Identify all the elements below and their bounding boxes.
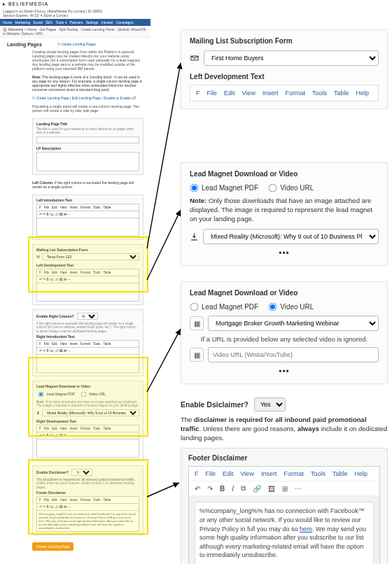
rp3-url-input[interactable] bbox=[208, 347, 379, 362]
lead-magnet-select[interactable]: Mixed Reality (Microsoft): Why 9 out of … bbox=[42, 409, 139, 416]
mini-editor-body-2[interactable] bbox=[36, 283, 139, 302]
right-dev-label: Right Development Text bbox=[36, 419, 139, 423]
rp2-radio-pdf[interactable]: Lead Magnet PDF bbox=[190, 183, 258, 192]
rp1-select[interactable]: First Home Buyers bbox=[204, 50, 379, 66]
mini-editor-toolbar[interactable]: ↶ ↷ B I ⧉ 🔗 🖼 ⊞ ⋯ bbox=[36, 211, 139, 218]
nav-tools[interactable]: Tools ▾ bbox=[55, 20, 66, 24]
rp4-editor-toolbar[interactable]: ↶ ↷ B I ⧉ 🔗 🖾 ⊞ ⋯ bbox=[189, 481, 379, 496]
redo-icon[interactable]: ↷ bbox=[207, 485, 213, 493]
disclaimer-enable-select[interactable]: Yes bbox=[71, 469, 92, 476]
mini-editor-menubar-5[interactable]: FFileEditViewInsertFormatToolsTable bbox=[36, 496, 139, 504]
rp4-editor: FFileEditViewInsertFormatToolsTableHelp … bbox=[188, 466, 380, 564]
mini-editor-body[interactable] bbox=[36, 218, 139, 237]
lp-title-label: Landing Page Title bbox=[36, 122, 139, 126]
download-icon: ⬇ bbox=[36, 410, 40, 415]
nav-social[interactable]: Social bbox=[33, 20, 43, 24]
overflow-icon[interactable]: ⋯ bbox=[295, 485, 302, 493]
right-col-note: If the right column is excluded the land… bbox=[36, 322, 139, 333]
mini-editor-menubar-4[interactable]: FFileEditViewInsertFormatToolsTable bbox=[36, 425, 139, 432]
bold-icon[interactable]: B bbox=[220, 485, 225, 493]
intro-text: Creating simple landing pages from withi… bbox=[0, 48, 150, 73]
video-select-icon: ▦ bbox=[190, 316, 204, 330]
rp4-footer-heading: Footer Disclaimer bbox=[188, 454, 380, 462]
nav-marketing[interactable]: Marketing bbox=[15, 20, 30, 24]
table-icon[interactable]: ⊞ bbox=[282, 485, 288, 493]
main-nav: Home Marketing Social SEO Tools ▾ Partne… bbox=[0, 19, 150, 26]
note-text: Note: The landing page is more of a 'Lan… bbox=[0, 73, 150, 94]
zoom-panel-2: Lead Magnet Download or Video Lead Magne… bbox=[181, 162, 388, 266]
save-button[interactable]: Create Landing Page bbox=[32, 542, 74, 551]
nav-home[interactable]: Home bbox=[3, 20, 12, 24]
rp3-radio-pdf[interactable]: Lead Magnet PDF bbox=[190, 302, 258, 311]
rp3-overflow-icon[interactable]: ••• bbox=[190, 367, 379, 376]
svg-line-1 bbox=[147, 210, 181, 280]
lp-title-hint: The title is used for your reference or … bbox=[36, 127, 139, 135]
right-col-enable-label: Enable Right Column? bbox=[36, 314, 74, 318]
lead-magnet-radios[interactable]: Lead Magnet PDF Video URL bbox=[36, 390, 139, 399]
mini-editor-toolbar-5[interactable]: ↶ ↷ B I ⧉ 🔗 🖼 ⊞ ⋯ bbox=[36, 504, 139, 511]
italic-icon[interactable]: I bbox=[232, 485, 234, 493]
rp2-radios: Lead Magnet PDF Video URL bbox=[190, 183, 379, 192]
radio-pdf[interactable] bbox=[38, 392, 44, 397]
nav-intranet[interactable]: Intranet bbox=[102, 20, 113, 24]
right-intro-label: Right Introduction Text bbox=[36, 334, 139, 339]
svg-line-3 bbox=[147, 483, 179, 497]
rp4-footer-box: Footer Disclaimer FFileEditViewInsertFor… bbox=[181, 448, 388, 564]
embed-icon[interactable]: ⧉ bbox=[241, 484, 246, 493]
left-column: ▸ BELIEFMEDIA Logged in as Martin Khoury… bbox=[0, 0, 150, 551]
mini-editor-body-4[interactable] bbox=[36, 439, 139, 458]
panel-right-enable: Enable Right Column? Yes If the right co… bbox=[32, 309, 144, 376]
rp3-select[interactable]: Mortgage Broker Growth Marketing Webinar bbox=[208, 316, 379, 331]
rp3-radio-video[interactable]: Video URL bbox=[268, 302, 314, 311]
radio-video[interactable] bbox=[80, 392, 86, 397]
panel-mailing-list: Mailing List Subscription Form ✉ Temp Fo… bbox=[32, 244, 144, 305]
mailing-list-select[interactable]: Temp Form 123 bbox=[42, 253, 139, 260]
rp1-menubar[interactable]: FFileEditViewInsertFormatToolsTableHelp bbox=[190, 85, 379, 101]
populating-text: Populating a single panel will create a … bbox=[0, 103, 150, 115]
left-col-note: Left Column. If the right column is excl… bbox=[0, 179, 150, 192]
create-lp-link[interactable]: ✎ Create Landing Pages bbox=[57, 42, 96, 48]
rp2-overflow-icon[interactable]: ••• bbox=[190, 248, 379, 258]
rp2-radio-video[interactable]: Video URL bbox=[268, 183, 314, 192]
nav-campaigns[interactable]: Campaigns bbox=[116, 20, 134, 24]
disclaimer-note-small: The disclaimer is required for all inbou… bbox=[36, 478, 139, 489]
rp4-editor-menubar[interactable]: FFileEditViewInsertFormatToolsTableHelp bbox=[189, 467, 379, 481]
lead-magnet-label: Lead Magnet Download or Video bbox=[36, 384, 139, 388]
rp4-enable-label: Enable Dsiclaimer? bbox=[181, 400, 248, 409]
video-url-icon: ▦ bbox=[190, 348, 204, 362]
nav-seo[interactable]: SEO bbox=[46, 20, 53, 24]
right-col-enable-select[interactable]: Yes bbox=[77, 313, 98, 320]
mini-editor-body-5[interactable]: %%company_long%% has no connection with … bbox=[36, 511, 139, 532]
mini-editor-toolbar-4[interactable]: ↶ ↷ B I ⧉ 🔗 🖼 ⊞ ⋯ bbox=[36, 432, 139, 439]
rp2-select[interactable]: Mixed Reality (Microsoft): Why 9 out of … bbox=[203, 229, 379, 244]
zoom-panel-1: Mailing List Subscription Form First Hom… bbox=[181, 29, 388, 109]
left-intro-label: Left Introduction Text bbox=[36, 198, 139, 202]
mini-editor-menubar[interactable]: FFileEditViewInsertFormatToolsTable bbox=[36, 204, 139, 211]
undo-icon[interactable]: ↶ bbox=[195, 485, 200, 493]
mini-editor-toolbar-3[interactable]: ↶ ↷ B I ⧉ 🔗 🖼 ⊞ ⋯ bbox=[36, 348, 139, 355]
panel-lead-magnet: Lead Magnet Download or Video Lead Magne… bbox=[32, 381, 144, 461]
image-icon[interactable]: 🖾 bbox=[268, 485, 275, 493]
rp3-radios: Lead Magnet PDF Video URL bbox=[190, 302, 379, 311]
lp-action-links[interactable]: ✎ Create Landing Page | Edit Landing Pag… bbox=[0, 94, 150, 103]
nav-partners[interactable]: Partners bbox=[70, 20, 83, 24]
session-info: Logged in as Martin Khoury | BeliefMedia… bbox=[0, 8, 150, 19]
mini-editor-menubar-3[interactable]: FFileEditViewInsertFormatToolsTable bbox=[36, 340, 139, 348]
mini-editor-toolbar-2[interactable]: ↶ ↷ B I ⧉ 🔗 🖼 ⊞ ⋯ bbox=[36, 276, 139, 283]
rp4-note: The disclaimer is required for all inbou… bbox=[181, 416, 388, 442]
footer-disc-label: Footer Disclaimer bbox=[36, 491, 139, 495]
rp3-heading: Lead Magnet Download or Video bbox=[190, 289, 379, 297]
rp4-editor-body[interactable]: %%company_long%% has no connection with … bbox=[189, 496, 379, 564]
privacy-here-link[interactable]: here bbox=[300, 526, 312, 533]
lp-title-input[interactable] bbox=[36, 136, 139, 143]
link-icon[interactable]: 🔗 bbox=[253, 485, 261, 493]
mini-editor-menubar-2[interactable]: FFileEditViewInsertFormatToolsTable bbox=[36, 269, 139, 276]
lp-desc-label: LP Description bbox=[36, 146, 139, 150]
envelope-icon: ✉ bbox=[36, 254, 40, 259]
rp4-enable-select[interactable]: Yes bbox=[254, 397, 286, 411]
zoom-panel-3: Lead Magnet Download or Video Lead Magne… bbox=[181, 281, 388, 384]
rp2-note: Note: Only those downloads that have an … bbox=[190, 197, 379, 223]
lp-desc-input[interactable] bbox=[36, 152, 139, 171]
mini-editor-body-3[interactable] bbox=[36, 355, 139, 373]
nav-settings[interactable]: Settings bbox=[85, 20, 98, 24]
